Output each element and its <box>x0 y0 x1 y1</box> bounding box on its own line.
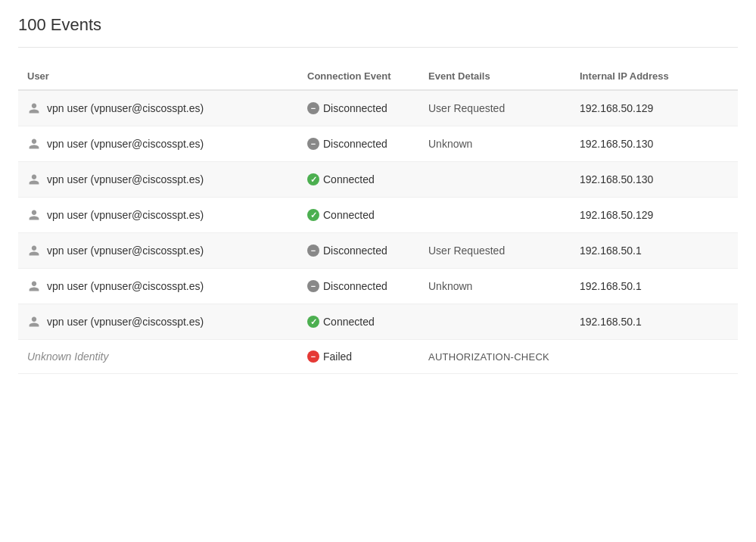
event-details-text: Unknown <box>428 280 472 292</box>
connection-event-cell: −Failed <box>307 350 428 363</box>
ip-address-cell: 192.168.50.1 <box>580 245 729 257</box>
user-icon <box>27 315 41 329</box>
ip-address-text: 192.168.50.129 <box>580 209 653 221</box>
event-details-text: Unknown <box>428 138 472 150</box>
table-row: vpn user (vpnuser@ciscosspt.es)✓Connecte… <box>18 198 738 233</box>
status-disconnected-icon: − <box>307 138 319 150</box>
connection-status-label: Disconnected <box>323 280 387 292</box>
connection-status-label: Connected <box>323 173 375 185</box>
header-connection-event: Connection Event <box>307 70 428 82</box>
connection-event-cell: −Disconnected <box>307 138 428 150</box>
ip-address-text: 192.168.50.1 <box>580 280 642 292</box>
user-name: vpn user (vpnuser@ciscosspt.es) <box>47 173 204 185</box>
table-row: vpn user (vpnuser@ciscosspt.es)−Disconne… <box>18 91 738 126</box>
header-event-details: Event Details <box>428 70 580 82</box>
connection-event-cell: ✓Connected <box>307 173 428 185</box>
table-row: vpn user (vpnuser@ciscosspt.es)✓Connecte… <box>18 304 738 340</box>
unknown-identity-label: Unknown Identity <box>27 350 108 363</box>
connection-event-cell: ✓Connected <box>307 316 428 328</box>
status-disconnected-icon: − <box>307 245 319 257</box>
connection-event-cell: −Disconnected <box>307 245 428 257</box>
table-row: vpn user (vpnuser@ciscosspt.es)−Disconne… <box>18 269 738 304</box>
user-name: vpn user (vpnuser@ciscosspt.es) <box>47 209 204 221</box>
status-disconnected-icon: − <box>307 280 319 292</box>
user-icon <box>27 279 41 293</box>
user-icon <box>27 173 41 186</box>
ip-address-cell: 192.168.50.1 <box>580 316 729 328</box>
table-row: vpn user (vpnuser@ciscosspt.es)✓Connecte… <box>18 162 738 198</box>
events-table: User Connection Event Event Details Inte… <box>18 63 738 374</box>
user-icon <box>27 208 41 222</box>
ip-address-cell: 192.168.50.129 <box>580 209 729 221</box>
user-cell: vpn user (vpnuser@ciscosspt.es) <box>27 101 307 115</box>
status-connected-icon: ✓ <box>307 173 319 185</box>
table-body: vpn user (vpnuser@ciscosspt.es)−Disconne… <box>18 91 738 374</box>
page-container: 100 Events User Connection Event Event D… <box>0 0 756 389</box>
event-details-cell: User Requested <box>428 102 580 114</box>
user-cell: vpn user (vpnuser@ciscosspt.es) <box>27 279 307 293</box>
user-name: vpn user (vpnuser@ciscosspt.es) <box>47 245 204 257</box>
connection-status-label: Disconnected <box>323 138 387 150</box>
ip-address-text: 192.168.50.130 <box>580 138 653 150</box>
event-details-cell: User Requested <box>428 245 580 257</box>
ip-address-cell: 192.168.50.130 <box>580 138 729 150</box>
ip-address-text: 192.168.50.1 <box>580 316 642 328</box>
connection-status-label: Connected <box>323 316 375 328</box>
event-details-cell: Unknown <box>428 138 580 150</box>
ip-address-text: 192.168.50.129 <box>580 102 653 114</box>
connection-event-cell: −Disconnected <box>307 280 428 292</box>
ip-address-cell: 192.168.50.1 <box>580 280 729 292</box>
connection-status-label: Disconnected <box>323 245 387 257</box>
status-connected-icon: ✓ <box>307 209 319 221</box>
ip-address-cell: 192.168.50.130 <box>580 173 729 185</box>
table-row: Unknown Identity−FailedAUTHORIZATION-CHE… <box>18 340 738 374</box>
ip-address-text: 192.168.50.130 <box>580 173 653 185</box>
user-name: vpn user (vpnuser@ciscosspt.es) <box>47 316 204 328</box>
page-title: 100 Events <box>18 15 738 48</box>
connection-status-label: Disconnected <box>323 102 387 114</box>
user-cell: vpn user (vpnuser@ciscosspt.es) <box>27 137 307 151</box>
user-icon <box>27 137 41 151</box>
user-name: vpn user (vpnuser@ciscosspt.es) <box>47 102 204 114</box>
connection-status-label: Connected <box>323 209 375 221</box>
user-name: vpn user (vpnuser@ciscosspt.es) <box>47 138 204 150</box>
event-details-text: User Requested <box>428 102 505 114</box>
event-details-text: AUTHORIZATION-CHECK <box>428 351 549 363</box>
header-internal-ip: Internal IP Address <box>580 70 729 82</box>
user-icon <box>27 101 41 115</box>
connection-status-label: Failed <box>323 350 352 363</box>
user-cell: vpn user (vpnuser@ciscosspt.es) <box>27 315 307 329</box>
ip-address-text: 192.168.50.1 <box>580 245 642 257</box>
user-icon <box>27 244 41 257</box>
event-details-cell: Unknown <box>428 280 580 292</box>
user-cell: Unknown Identity <box>27 350 307 363</box>
event-details-cell: AUTHORIZATION-CHECK <box>428 351 580 363</box>
user-cell: vpn user (vpnuser@ciscosspt.es) <box>27 244 307 257</box>
status-disconnected-icon: − <box>307 102 319 114</box>
ip-address-cell: 192.168.50.129 <box>580 102 729 114</box>
status-failed-icon: − <box>307 350 319 363</box>
table-row: vpn user (vpnuser@ciscosspt.es)−Disconne… <box>18 233 738 269</box>
user-cell: vpn user (vpnuser@ciscosspt.es) <box>27 208 307 222</box>
table-header: User Connection Event Event Details Inte… <box>18 63 738 91</box>
status-connected-icon: ✓ <box>307 316 319 328</box>
event-details-text: User Requested <box>428 245 505 257</box>
table-row: vpn user (vpnuser@ciscosspt.es)−Disconne… <box>18 126 738 162</box>
connection-event-cell: −Disconnected <box>307 102 428 114</box>
header-user: User <box>27 70 307 82</box>
user-cell: vpn user (vpnuser@ciscosspt.es) <box>27 173 307 186</box>
user-name: vpn user (vpnuser@ciscosspt.es) <box>47 280 204 292</box>
connection-event-cell: ✓Connected <box>307 209 428 221</box>
